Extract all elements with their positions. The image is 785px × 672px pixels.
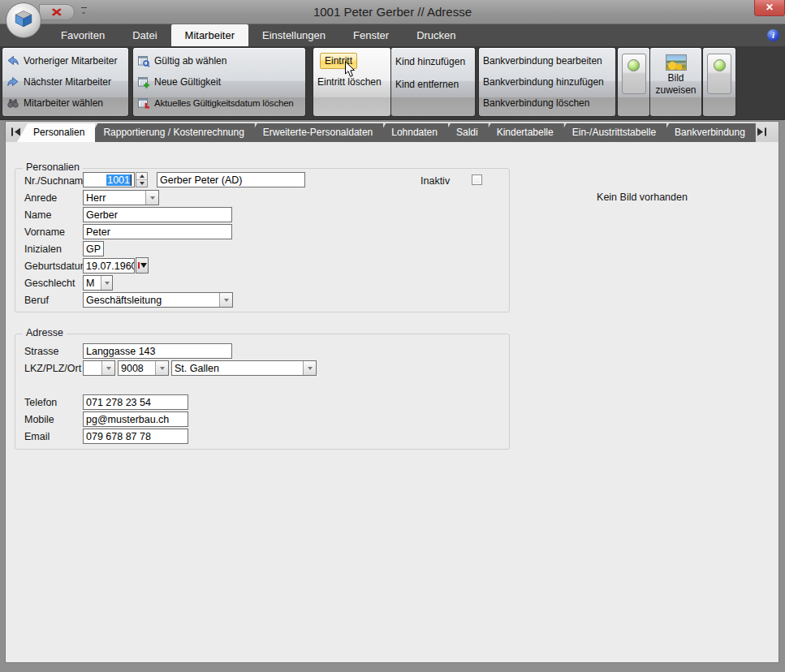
info-icon[interactable]: i	[767, 29, 779, 41]
new-validity-button[interactable]: Neue Gültigkeit	[133, 71, 305, 93]
spinner-down-icon[interactable]	[136, 180, 147, 187]
beruf-combobox[interactable]: Geschäftsleitung	[83, 292, 233, 308]
arrow-left-icon	[6, 54, 19, 67]
date-picker-button[interactable]	[136, 257, 149, 274]
qat-customize-dropdown-icon[interactable]: ⌄	[79, 6, 88, 17]
choose-valid-from-button[interactable]: Gültig ab wählen	[133, 50, 305, 71]
dropdown-arrow-icon[interactable]	[101, 361, 114, 375]
tab-scroll-last-icon[interactable]	[756, 127, 769, 136]
groupbox-adresse-label: Adresse	[23, 328, 67, 338]
picture-thumbnail-icon	[666, 54, 687, 71]
menu-tab-mitarbeiter[interactable]: Mitarbeiter	[171, 24, 248, 46]
anrede-label: Anrede	[24, 192, 57, 204]
ort-value: St. Gallen	[175, 363, 219, 374]
email-input[interactable]: 079 678 87 78	[83, 429, 188, 444]
next-employee-label: Nächster Mitarbeiter	[24, 76, 111, 88]
menu-tab-einstellungen[interactable]: Einstellungen	[248, 24, 339, 46]
add-bank-button[interactable]: Bankverbindung hinzufügen	[479, 71, 615, 93]
anrede-combobox[interactable]: Herr	[83, 190, 159, 205]
tabstrip: Personalien Rapportierung / Kostenrechnu…	[6, 122, 779, 142]
choose-valid-from-label: Gültig ab wählen	[154, 55, 226, 67]
menu-tab-fenster[interactable]: Fenster	[339, 24, 403, 46]
next-employee-button[interactable]: Nächster Mitarbeiter	[2, 71, 128, 93]
titlebar: 1001 Peter Gerber // Adresse ✕	[0, 0, 785, 24]
strasse-input[interactable]: Langgasse 143	[83, 343, 232, 359]
no-image-text: Kein Bild vorhanden	[511, 192, 773, 203]
ribbon-group-children: Kind hinzufügen Kind entfernen	[391, 48, 475, 116]
employee-number-input[interactable]: 1001	[83, 172, 135, 187]
choose-employee-button[interactable]: Mitarbeiter wählen	[2, 93, 128, 114]
tab-rapportierung[interactable]: Rapportierung / Kostenrechnung	[87, 123, 254, 142]
toggle-button-left[interactable]	[622, 54, 646, 94]
toggle-button-right[interactable]	[707, 54, 731, 94]
calendar-add-icon	[137, 75, 150, 88]
ribbon: Vorheriger Mitarbeiter Nächster Mitarbei…	[0, 46, 785, 119]
remove-child-label: Kind entfernen	[395, 79, 459, 90]
edit-bank-button[interactable]: Bankverbindung bearbeiten	[479, 50, 615, 71]
add-bank-label: Bankverbindung hinzufügen	[483, 76, 604, 88]
remove-child-button[interactable]: Kind entfernen	[391, 73, 475, 96]
lkz-plz-ort-label: LKZ/PLZ/Ort	[24, 363, 81, 374]
delete-validity-date-button[interactable]: Aktuelles Gültigkeitsdatum löschen	[133, 93, 305, 114]
plz-combobox[interactable]: 9008	[118, 360, 169, 376]
assign-image-label: Bild zuweisen	[653, 72, 699, 97]
tab-ein-austrittstabelle[interactable]: Ein-/Austrittstabelle	[556, 123, 666, 142]
lkz-combobox[interactable]	[83, 360, 115, 376]
prev-employee-button[interactable]: Vorheriger Mitarbeiter	[2, 50, 128, 71]
add-child-label: Kind hinzufügen	[395, 56, 465, 67]
tab-kindertabelle[interactable]: Kindertabelle	[481, 123, 564, 142]
ort-combobox[interactable]: St. Gallen	[171, 360, 317, 376]
geburtsdatum-input[interactable]: 19.07.1960	[83, 258, 135, 274]
vorname-input[interactable]: Peter	[83, 224, 232, 239]
window-title: 1001 Peter Gerber // Adresse	[0, 5, 785, 19]
app-cube-icon	[13, 8, 34, 32]
inizialen-input[interactable]: GP	[83, 241, 104, 256]
employee-number-spinner[interactable]	[136, 172, 148, 187]
suchname-input[interactable]: Gerber Peter (AD)	[157, 172, 305, 187]
close-button[interactable]: ✕	[754, 0, 785, 16]
add-child-button[interactable]: Kind hinzufügen	[391, 50, 475, 73]
telefon-input[interactable]: 071 278 23 54	[83, 394, 188, 410]
delete-bank-label: Bankverbindung löschen	[483, 97, 589, 109]
plz-value: 9008	[121, 363, 144, 374]
calendar-delete-icon	[137, 97, 150, 110]
inaktiv-label: Inaktiv	[421, 175, 450, 187]
delete-bank-button[interactable]: Bankverbindung löschen	[479, 93, 615, 114]
mobile-label: Mobile	[24, 414, 54, 425]
geschlecht-value: M	[86, 278, 94, 289]
app-window: 1001 Peter Gerber // Adresse ✕ ✕ ⌄ Favor…	[0, 0, 785, 672]
menu-tab-drucken[interactable]: Drucken	[403, 24, 469, 46]
application-menu-button[interactable]	[6, 2, 41, 38]
tab-bankverbindung[interactable]: Bankverbindung	[658, 123, 756, 142]
choose-employee-label: Mitarbeiter wählen	[24, 97, 103, 109]
date-picker-arrow-icon	[140, 263, 147, 268]
mobile-input[interactable]: pg@musterbau.ch	[83, 411, 188, 427]
spinner-up-icon[interactable]	[136, 173, 147, 180]
dropdown-arrow-icon[interactable]	[303, 361, 316, 375]
tab-lohndaten[interactable]: Lohndaten	[375, 123, 448, 142]
mouse-cursor	[344, 61, 356, 78]
prev-employee-label: Vorheriger Mitarbeiter	[24, 55, 117, 67]
menu-tab-datei[interactable]: Datei	[119, 24, 170, 46]
calendar-search-icon	[137, 54, 150, 67]
anrede-value: Herr	[86, 192, 106, 204]
name-input[interactable]: Gerber	[83, 207, 232, 222]
name-label: Name	[24, 209, 51, 221]
assign-image-button[interactable]: Bild zuweisen	[650, 54, 701, 97]
nr-suchname-label: Nr./Suchname	[24, 175, 88, 187]
entry-delete-label: Eintritt löschen	[317, 76, 382, 88]
inaktiv-checkbox[interactable]	[472, 174, 482, 185]
tab-personalien[interactable]: Personalien	[17, 123, 95, 142]
tab-erweiterte-personaldaten[interactable]: Erweiterte-Personaldaten	[247, 123, 383, 142]
dropdown-arrow-icon[interactable]	[145, 191, 158, 205]
geschlecht-combobox[interactable]: M	[83, 275, 113, 291]
ribbon-group-navigation: Vorheriger Mitarbeiter Nächster Mitarbei…	[2, 48, 128, 116]
cancel-icon[interactable]: ✕	[51, 6, 63, 19]
menu-tab-favoriten[interactable]: Favoriten	[47, 24, 119, 46]
menubar: Favoriten Datei Mitarbeiter Einstellunge…	[0, 24, 785, 46]
employee-number-selected-text: 1001	[106, 174, 132, 186]
dropdown-arrow-icon[interactable]	[155, 361, 168, 375]
quick-access-toolbar: ✕	[39, 4, 75, 20]
dropdown-arrow-icon[interactable]	[219, 293, 232, 307]
dropdown-arrow-icon[interactable]	[101, 276, 112, 290]
